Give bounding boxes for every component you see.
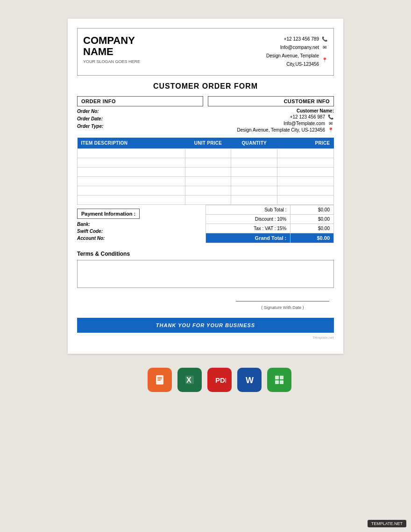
phone-row: +12 123 456 789 📞	[266, 35, 328, 43]
cell-0-0	[78, 149, 185, 158]
footer-banner: THANK YOU FOR YOUR BUSINESS	[77, 318, 334, 333]
subtotal-row: Sub Total : $0.00	[206, 205, 334, 215]
cell-1-0	[78, 158, 185, 168]
cell-5-0	[78, 196, 185, 205]
totals-table: Sub Total : $0.00 Discount : 10% $0.00 T…	[206, 205, 334, 243]
grand-total-value: $0.00	[291, 233, 334, 243]
cell-2-0	[78, 168, 185, 177]
bank-field: Bank:	[77, 222, 202, 227]
svg-rect-11	[280, 380, 283, 384]
page-wrapper: COMPANY NAME YOUR SLOGAN GOES HERE +12 1…	[0, 0, 411, 401]
order-type-field: Order Type:	[77, 123, 203, 129]
cell-0-1	[185, 149, 231, 158]
col-price: PRICE	[277, 138, 334, 149]
cell-3-3	[277, 177, 334, 186]
items-table: ITEM DESCRIPTION UNIT PRICE QUANTITY PRI…	[77, 138, 334, 205]
table-row	[78, 149, 334, 158]
customer-address: Design Avenue, Template City, US-123456	[237, 127, 325, 133]
customer-email-row: Info@Template.com ✉	[208, 120, 334, 126]
discount-value: $0.00	[291, 215, 334, 224]
cell-3-0	[78, 177, 185, 186]
account-label: Account No:	[77, 236, 105, 241]
order-info-section: ORDER INFO Order No: Order Date: Order T…	[77, 96, 203, 133]
address-row: Design Avenue, Template City,US-123456 📍	[266, 52, 328, 69]
grand-total-row: Grand Total : $0.00	[206, 233, 334, 243]
order-date-field: Order Date:	[77, 116, 203, 122]
table-row	[78, 186, 334, 196]
template-credit: Template.net	[77, 336, 334, 340]
cell-2-3	[277, 168, 334, 177]
swift-field: Swift Code:	[77, 229, 202, 234]
tax-row: Tax : VAT : 15% $0.00	[206, 224, 334, 233]
grand-total-label: Grand Total :	[206, 233, 291, 243]
customer-phone-icon: 📞	[327, 113, 334, 120]
cell-0-3	[277, 149, 334, 158]
table-row	[78, 196, 334, 205]
numbers-icon[interactable]	[267, 368, 291, 392]
customer-location-icon: 📍	[327, 126, 334, 133]
col-quantity: QUANTITY	[231, 138, 277, 149]
svg-rect-1	[157, 377, 162, 378]
svg-text:W: W	[246, 376, 254, 385]
customer-name-label: Customer Name:	[208, 108, 334, 113]
customer-phone-row: +12 123 456 987 📞	[208, 113, 334, 120]
svg-rect-2	[157, 378, 162, 379]
totals-section: Sub Total : $0.00 Discount : 10% $0.00 T…	[206, 205, 334, 243]
cell-5-3	[277, 196, 334, 205]
company-slogan: YOUR SLOGAN GOES HERE	[83, 59, 140, 64]
info-sections: ORDER INFO Order No: Order Date: Order T…	[77, 96, 334, 133]
form-title: CUSTOMER ORDER FORM	[77, 82, 334, 91]
document: COMPANY NAME YOUR SLOGAN GOES HERE +12 1…	[68, 19, 343, 354]
cell-2-1	[185, 168, 231, 177]
order-no-label: Order No:	[77, 109, 114, 114]
subtotal-value: $0.00	[291, 205, 334, 215]
subtotal-label: Sub Total :	[206, 205, 291, 215]
terms-title: Terms & Conditions	[77, 251, 334, 257]
order-type-label: Order Type:	[77, 124, 114, 129]
header-box: COMPANY NAME YOUR SLOGAN GOES HERE +12 1…	[77, 28, 334, 76]
signature-line-container: ( Signature With Date )	[77, 297, 329, 310]
phone-icon: 📞	[321, 36, 328, 42]
email-address: Info@company.net	[280, 43, 319, 52]
cell-0-2	[231, 149, 277, 158]
cell-3-1	[185, 177, 231, 186]
discount-label: Discount : 10%	[206, 215, 291, 224]
terms-box[interactable]	[77, 260, 334, 288]
cell-4-1	[185, 186, 231, 196]
order-no-field: Order No:	[77, 108, 203, 114]
payment-header: Payment Information :	[77, 209, 140, 219]
pages-icon[interactable]	[148, 368, 172, 392]
cell-3-2	[231, 177, 277, 186]
customer-phone: +12 123 456 987	[290, 114, 325, 119]
contact-info: +12 123 456 789 📞 Info@company.net ✉ Des…	[266, 35, 328, 69]
address-line2: City,US-123456	[266, 60, 319, 69]
table-row	[78, 177, 334, 186]
cell-1-1	[185, 158, 231, 168]
pdf-icon[interactable]: PDF	[207, 368, 232, 392]
tax-value: $0.00	[291, 224, 334, 233]
cell-1-3	[277, 158, 334, 168]
cell-4-2	[231, 186, 277, 196]
tax-label: Tax : VAT : 15%	[206, 224, 291, 233]
order-info-header: ORDER INFO	[77, 96, 203, 106]
cell-5-1	[185, 196, 231, 205]
customer-email-icon: ✉	[327, 120, 334, 126]
signature-label: ( Signature With Date )	[236, 305, 329, 310]
word-icon[interactable]: W	[237, 368, 262, 392]
app-icons: X PDF W	[120, 368, 291, 392]
company-info: COMPANY NAME YOUR SLOGAN GOES HERE	[83, 35, 140, 64]
address-line1: Design Avenue, Template	[266, 52, 319, 60]
cell-4-3	[277, 186, 334, 196]
col-description: ITEM DESCRIPTION	[78, 138, 185, 149]
col-unit-price: UNIT PRICE	[185, 138, 231, 149]
template-net-badge: TEMPLATE.NET	[368, 520, 406, 527]
table-row	[78, 158, 334, 168]
discount-row: Discount : 10% $0.00	[206, 215, 334, 224]
payment-section: Payment Information : Bank: Swift Code: …	[77, 205, 206, 243]
order-date-label: Order Date:	[77, 116, 114, 121]
excel-icon[interactable]: X	[177, 368, 202, 392]
terms-section: Terms & Conditions	[77, 251, 334, 288]
signature-line	[236, 301, 329, 301]
customer-info-section: CUSTOMER INFO Customer Name: +12 123 456…	[208, 96, 334, 133]
svg-rect-8	[275, 376, 279, 379]
